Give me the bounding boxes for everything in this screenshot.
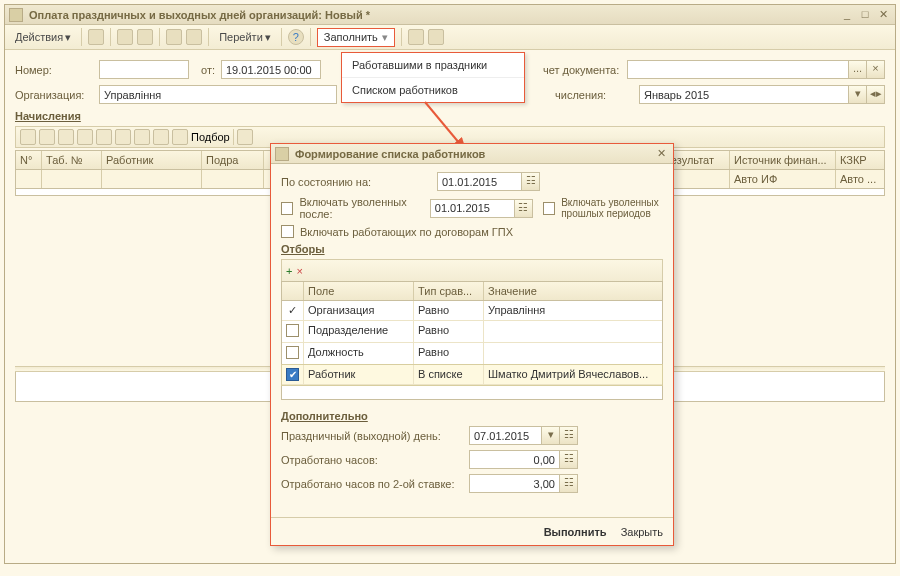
accrual-step-button[interactable]: ◂▸ <box>867 85 885 104</box>
col-dept[interactable]: Подра <box>202 151 264 169</box>
modal-footer: Выполнить Закрыть <box>271 517 673 545</box>
row-chk[interactable]: ✔ <box>286 368 299 381</box>
holiday-cal-button[interactable]: ☷ <box>560 426 578 445</box>
fill-menu-holidays[interactable]: Работавшими в праздники <box>342 53 524 78</box>
incl-past-checkbox[interactable] <box>543 202 555 215</box>
actions-menu[interactable]: Действия ▾ <box>11 29 75 46</box>
fcol-val[interactable]: Значение <box>484 282 662 300</box>
close-button[interactable]: ✕ <box>875 8 891 22</box>
main-toolbar: Действия ▾ Перейти ▾ ? Заполнить▾ <box>5 25 895 50</box>
tb-icon-2[interactable] <box>117 29 133 45</box>
accounting-input[interactable] <box>627 60 849 79</box>
filters-header: Отборы <box>281 243 663 255</box>
accrual-month-input[interactable] <box>639 85 849 104</box>
col-kzkr[interactable]: КЗКР <box>836 151 884 169</box>
close-footer-button[interactable]: Закрыть <box>621 526 663 538</box>
from-date-input[interactable] <box>221 60 321 79</box>
tb-icon-3[interactable] <box>137 29 153 45</box>
gt-add-icon[interactable] <box>20 129 36 145</box>
from-label: от: <box>195 64 215 76</box>
execute-button[interactable]: Выполнить <box>544 526 607 538</box>
modal-titlebar: Формирование списка работников ✕ <box>271 144 673 164</box>
holiday-label: Праздничный (выходной) день: <box>281 430 463 442</box>
goto-menu[interactable]: Перейти ▾ <box>215 29 275 46</box>
filters-grid: Поле Тип срав... Значение ✓ Организация … <box>281 281 663 400</box>
gt-sort-za-icon[interactable] <box>172 129 188 145</box>
window-title: Оплата праздничных и выходных дней орган… <box>29 9 837 21</box>
hours-label: Отработано часов: <box>281 454 463 466</box>
gt-sort-az-icon[interactable] <box>153 129 169 145</box>
fill-menu-popup: Работавшими в праздники Списком работник… <box>341 52 525 103</box>
col-num[interactable]: N° <box>16 151 42 169</box>
asof-input[interactable] <box>437 172 522 191</box>
accrual-drop-button[interactable]: ▾ <box>849 85 867 104</box>
gt-up-icon[interactable] <box>115 129 131 145</box>
filter-row[interactable]: Должность Равно <box>282 343 662 365</box>
col-tab[interactable]: Таб. № <box>42 151 102 169</box>
org-input[interactable] <box>99 85 337 104</box>
accounting-clear-button[interactable]: × <box>867 60 885 79</box>
tb-icon-4[interactable] <box>166 29 182 45</box>
filter-row[interactable]: Подразделение Равно <box>282 321 662 343</box>
fcol-field[interactable]: Поле <box>304 282 414 300</box>
gt-icon-2[interactable] <box>39 129 55 145</box>
doc-icon <box>9 8 23 22</box>
asof-label: По состоянию на: <box>281 176 431 188</box>
row-chk[interactable] <box>286 346 299 359</box>
tb-icon-6[interactable] <box>408 29 424 45</box>
fill-dropdown[interactable]: Заполнить▾ <box>317 28 395 47</box>
hours-input[interactable] <box>469 450 560 469</box>
hours2-input[interactable] <box>469 474 560 493</box>
gt-icon-5[interactable] <box>96 129 112 145</box>
asof-cal-button[interactable]: ☷ <box>522 172 540 191</box>
podbor-button[interactable]: Подбор <box>191 131 230 143</box>
accruals-header: Начисления <box>15 110 885 122</box>
minimize-button[interactable]: _ <box>839 8 855 22</box>
incl-gpx-checkbox[interactable] <box>281 225 294 238</box>
row1-autoif: Авто ИФ <box>730 170 836 188</box>
filter-row[interactable]: ✓ Организация Равно Управління <box>282 301 662 321</box>
modal-close-button[interactable]: ✕ <box>653 147 669 161</box>
gt-del-icon[interactable] <box>77 129 93 145</box>
col-source[interactable]: Источник финан... <box>730 151 836 169</box>
number-label: Номер: <box>15 64 93 76</box>
tb-icon-5[interactable] <box>186 29 202 45</box>
workers-list-dialog: Формирование списка работников ✕ По сост… <box>270 143 674 546</box>
filters-toolbar: + × <box>281 259 663 281</box>
fcol-chk <box>282 282 304 300</box>
col-worker[interactable]: Работник <box>102 151 202 169</box>
incl-past-label: Включать уволенных прошлых периодов <box>561 197 663 219</box>
gt-down-icon[interactable] <box>134 129 150 145</box>
hours2-label: Отработано часов по 2-ой ставке: <box>281 478 463 490</box>
maximize-button[interactable]: □ <box>857 8 873 22</box>
modal-title: Формирование списка работников <box>295 148 651 160</box>
ft-del-icon[interactable]: × <box>296 264 302 278</box>
number-input[interactable] <box>99 60 189 79</box>
incl-gpx-label: Включать работающих по договорам ГПХ <box>300 226 513 238</box>
hours2-calc-button[interactable]: ☷ <box>560 474 578 493</box>
filter-row[interactable]: ✔ Работник В списке Шматко Дмитрий Вячес… <box>282 365 662 385</box>
gt-user-icon[interactable] <box>237 129 253 145</box>
incl-fired-label: Включать уволенных после: <box>299 196 423 220</box>
incl-fired-checkbox[interactable] <box>281 202 293 215</box>
help-icon[interactable]: ? <box>288 29 304 45</box>
hours-calc-button[interactable]: ☷ <box>560 450 578 469</box>
modal-icon <box>275 147 289 161</box>
main-titlebar: Оплата праздничных и выходных дней орган… <box>5 5 895 25</box>
holiday-drop-button[interactable]: ▾ <box>542 426 560 445</box>
extra-header: Дополнительно <box>281 410 663 422</box>
tb-icon-1[interactable] <box>88 29 104 45</box>
ft-add-icon[interactable]: + <box>286 264 292 278</box>
incl-fired-cal-button[interactable]: ☷ <box>515 199 533 218</box>
fill-menu-list[interactable]: Списком работников <box>342 78 524 102</box>
gt-icon-3[interactable] <box>58 129 74 145</box>
holiday-input[interactable] <box>469 426 542 445</box>
accrual-month-label: числения: <box>555 89 633 101</box>
row1-auto: Авто ... <box>836 170 884 188</box>
accounting-select-button[interactable]: ... <box>849 60 867 79</box>
org-label: Организация: <box>15 89 93 101</box>
fcol-cmp[interactable]: Тип срав... <box>414 282 484 300</box>
tb-icon-7[interactable] <box>428 29 444 45</box>
row-chk[interactable] <box>286 324 299 337</box>
incl-fired-input[interactable] <box>430 199 515 218</box>
